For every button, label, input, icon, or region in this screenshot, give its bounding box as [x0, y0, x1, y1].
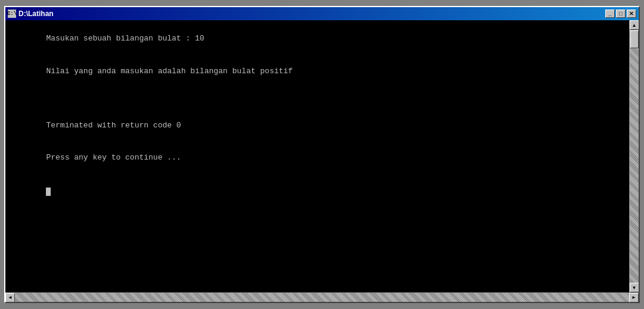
- horizontal-scroll-track: [15, 293, 629, 302]
- console-area[interactable]: Masukan sebuah bilangan bulat : 10 Nilai…: [5, 20, 629, 292]
- console-output: Masukan sebuah bilangan bulat : 10 Nilai…: [9, 23, 626, 207]
- minimize-button[interactable]: _: [605, 10, 615, 18]
- window-title: D:\Latihan: [18, 10, 54, 18]
- scroll-down-button[interactable]: ▼: [630, 283, 639, 292]
- cmd-icon: C:\: [8, 10, 16, 18]
- maximize-button[interactable]: □: [616, 10, 626, 18]
- scroll-right-button[interactable]: ►: [629, 293, 639, 302]
- vertical-scrollbar[interactable]: ▲ ▼: [629, 20, 639, 292]
- horizontal-scrollbar[interactable]: ◄ ►: [5, 292, 639, 302]
- scroll-up-button[interactable]: ▲: [630, 20, 639, 30]
- title-bar: C:\ D:\Latihan _ □ ✕: [5, 7, 639, 20]
- cursor: [46, 188, 51, 196]
- window-body: Masukan sebuah bilangan bulat : 10 Nilai…: [5, 20, 639, 292]
- cmd-window: C:\ D:\Latihan _ □ ✕ Masukan sebuah bila…: [4, 6, 640, 303]
- close-button[interactable]: ✕: [627, 10, 636, 18]
- window-controls: _ □ ✕: [605, 10, 636, 18]
- scroll-thumb[interactable]: [630, 30, 639, 48]
- scroll-left-button[interactable]: ◄: [5, 293, 15, 302]
- scroll-track: [630, 30, 639, 283]
- title-bar-left: C:\ D:\Latihan: [8, 10, 54, 18]
